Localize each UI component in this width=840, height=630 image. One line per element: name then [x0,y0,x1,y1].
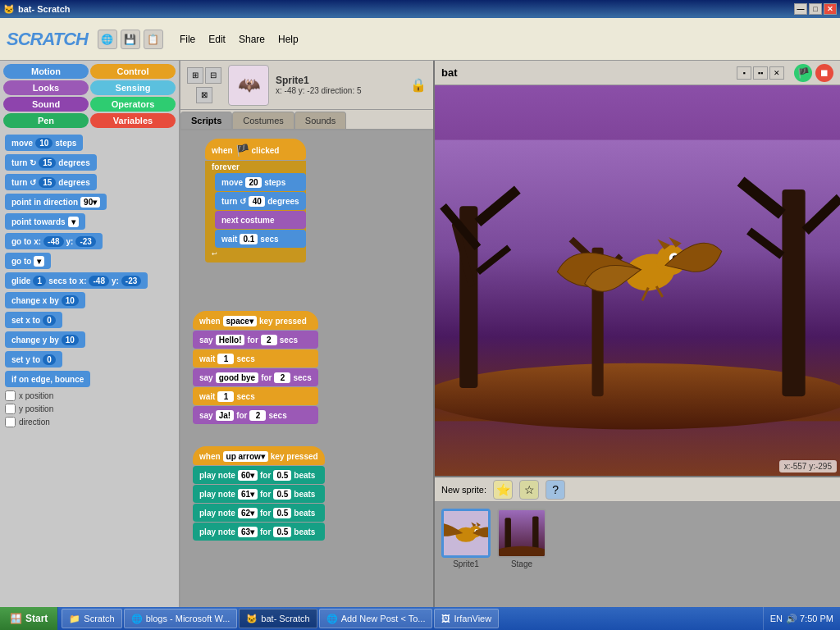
block-turn-cw-label[interactable]: turn ↻ 15 degrees [5,154,97,171]
block-go-to-label[interactable]: go to ▾ [5,253,51,269]
block-set-x-value[interactable]: 0 [43,315,56,326]
block-set-y[interactable]: set y to 0 [5,351,174,368]
turn-40-block[interactable]: turn ↺ 40 degrees [215,192,306,210]
block-set-x-label[interactable]: set x to 0 [5,312,62,328]
window-controls[interactable]: — □ ✕ [794,3,837,15]
block-glide-secs[interactable]: 1 [33,276,46,286]
category-sensing[interactable]: Sensing [90,80,176,95]
stop-button[interactable]: ⏹ [815,64,833,82]
note-63-dropdown[interactable]: 63▾ [238,527,258,537]
stage-thumbnail[interactable] [497,509,546,558]
say-ja-block[interactable]: say Ja! for 2 secs [193,406,318,424]
block-move-label[interactable]: move 10 steps [5,135,83,151]
block-glide-x[interactable]: -48 [89,276,108,286]
menu-file[interactable]: File [173,30,202,48]
taskbar-scratch[interactable]: 📁 Scratch [62,609,121,628]
wait-1-value[interactable]: 1 [217,354,234,364]
menu-share[interactable]: Share [232,30,272,48]
say-hello-block[interactable]: say Hello! for 2 secs [193,331,318,349]
block-set-y-value[interactable]: 0 [43,354,56,365]
category-sound[interactable]: Sound [3,97,89,112]
block-turn-ccw[interactable]: turn ↺ 15 degrees [5,174,174,190]
next-costume-block[interactable]: next costume [215,211,306,229]
block-point-direction[interactable]: point in direction 90▾ [5,194,174,210]
green-flag-button[interactable]: 🏴 [794,64,812,82]
block-turn-cw-value[interactable]: 15 [39,158,56,168]
note-63-beats[interactable]: 0.5 [273,527,291,537]
wait-1b-block[interactable]: wait 1 secs [193,387,318,405]
add-sprite-paint-btn[interactable]: ⭐ [493,480,513,500]
wait-1b-value[interactable]: 1 [217,391,234,402]
block-change-y[interactable]: change y by 10 [5,331,174,348]
category-motion[interactable]: Motion [3,64,89,79]
sprite-1-thumbnail[interactable] [441,509,491,558]
block-set-y-label[interactable]: set y to 0 [5,351,62,368]
block-move-value[interactable]: 10 [35,138,52,148]
x-position-checkbox[interactable] [5,390,16,401]
block-point-direction-label[interactable]: point in direction 90▾ [5,194,107,210]
category-looks[interactable]: Looks [3,80,89,95]
block-change-y-value[interactable]: 10 [62,335,79,345]
taskbar-addnewpost[interactable]: 🌐 Add New Post < To... [319,609,433,628]
block-move[interactable]: move 10 steps [5,135,174,151]
block-change-y-label[interactable]: change y by 10 [5,331,85,348]
menu-help[interactable]: Help [272,30,305,48]
block-turn-ccw-value[interactable]: 15 [39,177,56,188]
when-clicked-block[interactable]: when 🏴 clicked [205,139,306,160]
block-go-x-value[interactable]: -48 [43,236,63,247]
collapse-icon[interactable]: ⊟ [205,67,221,84]
play-note-61-block[interactable]: play note 61▾ for 0.5 beats [193,485,325,503]
play-note-63-block[interactable]: play note 63▾ for 0.5 beats [193,523,325,541]
move-20-block[interactable]: move 20 steps [215,173,306,191]
block-change-x-label[interactable]: change x by 10 [5,292,85,308]
add-sprite-help-btn[interactable]: ? [546,480,565,500]
block-x-position-check[interactable]: x position [5,390,174,401]
stage-collapse-btn[interactable]: ✕ [769,66,784,80]
minimize-button[interactable]: — [794,3,807,15]
note-60-dropdown[interactable]: 60▾ [238,470,258,481]
block-change-x-value[interactable]: 10 [62,295,79,306]
say-goodbye-secs[interactable]: 2 [274,372,290,383]
block-go-to-xy[interactable]: go to x: -48 y: -23 [5,233,174,249]
note-61-beats[interactable]: 0.5 [273,489,291,500]
say-hello-value[interactable]: Hello! [216,335,245,345]
note-62-dropdown[interactable]: 62▾ [238,508,258,518]
taskbar-bat-scratch[interactable]: 🐱 bat- Scratch [239,609,317,628]
key-dropdown[interactable]: space▾ [223,316,257,326]
sprite-item-1[interactable]: Sprite1 [441,509,491,568]
category-operators[interactable]: Operators [90,97,176,112]
direction-checkbox[interactable] [5,417,16,427]
block-turn-cw[interactable]: turn ↻ 15 degrees [5,154,174,171]
add-sprite-star-btn[interactable]: ☆ [519,480,539,500]
block-glide[interactable]: glide 1 secs to x: -48 y: -23 [5,272,174,289]
tab-costumes[interactable]: Costumes [232,112,294,129]
share-icon[interactable]: 📋 [144,30,163,49]
say-ja-value[interactable]: Ja! [216,410,234,421]
tab-scripts[interactable]: Scripts [180,112,232,129]
y-position-checkbox[interactable] [5,404,16,414]
block-direction-check[interactable]: direction [5,417,174,427]
block-edge-bounce-label[interactable]: if on edge, bounce [5,371,90,387]
start-button[interactable]: 🪟 Start [0,607,58,630]
category-variables[interactable]: Variables [90,113,176,128]
block-point-towards-label[interactable]: point towards ▾ [5,213,85,230]
block-edge-bounce[interactable]: if on edge, bounce [5,371,174,387]
sprite-stage[interactable]: Stage [497,509,546,568]
category-pen[interactable]: Pen [3,113,89,128]
note-62-beats[interactable]: 0.5 [273,508,291,518]
stage-split-btn[interactable]: ▪▪ [753,66,768,80]
expand-icon[interactable]: ⊞ [187,67,203,84]
block-glide-y[interactable]: -23 [121,276,141,286]
block-y-position-check[interactable]: y position [5,404,174,414]
block-glide-label[interactable]: glide 1 secs to x: -48 y: -23 [5,272,148,289]
wait-value[interactable]: 0.1 [240,234,258,244]
block-set-x[interactable]: set x to 0 [5,312,174,328]
scripts-area[interactable]: when 🏴 clicked forever move 20 steps tur… [180,130,433,607]
close-button[interactable]: ✕ [824,3,837,15]
block-go-to[interactable]: go to ▾ [5,253,174,269]
wait-01-block[interactable]: wait 0.1 secs [215,230,306,248]
turn-degrees-value[interactable]: 40 [249,196,265,207]
category-control[interactable]: Control [90,64,176,79]
taskbar-blogs[interactable]: 🌐 blogs - Microsoft W... [124,609,238,628]
move-steps-value[interactable]: 20 [245,177,262,188]
